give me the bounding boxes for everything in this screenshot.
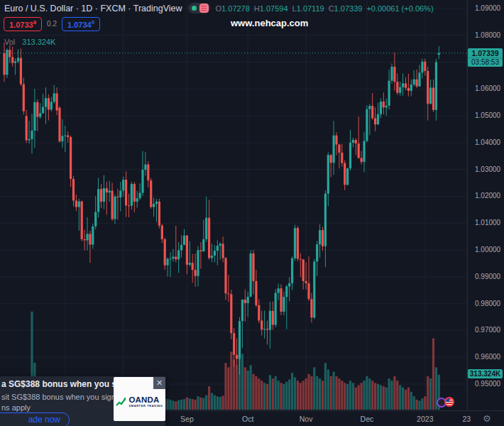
sell-button[interactable]: 1.07338 — [4, 17, 42, 31]
spread-value: 0.2 — [47, 20, 57, 28]
time-axis-label: Dec — [351, 415, 383, 423]
last-price-badge: 1.07339 03:58:53 — [468, 48, 503, 67]
price-change: +0.00061 (+0.06%) — [366, 4, 433, 13]
market-status-toggle[interactable] — [188, 3, 210, 13]
oanda-name: OANDA — [128, 396, 163, 404]
symbol-title[interactable]: Euro / U.S. Dollar · 1D · FXCM · Trading… — [4, 4, 182, 13]
ad-body: sit SG$388 bonus when you sign up. — [1, 393, 128, 401]
price-axis-label: 1.03000 — [475, 165, 500, 173]
ad-banner: a SG$388 bonus when you sign up. sit SG$… — [0, 376, 165, 426]
price-axis-label: 0.99000 — [475, 273, 500, 280]
chart-canvas[interactable] — [0, 0, 504, 426]
price-axis-label: 0.95000 — [475, 380, 500, 388]
price-axis-label: 0.98000 — [475, 300, 500, 307]
candlestick-series — [3, 43, 440, 375]
time-axis-label: 2023 — [410, 415, 441, 423]
watermark-url: www.nehcap.com — [231, 18, 308, 28]
price-axis-label: 1.09000 — [475, 4, 500, 12]
time-axis-label: Nov — [290, 415, 322, 423]
oanda-tagline: SMARTER TRADING — [128, 404, 163, 408]
oanda-logo: OANDA SMARTER TRADING — [116, 396, 163, 408]
price-axis-label: 1.06000 — [475, 84, 500, 92]
buy-button[interactable]: 1.07340 — [62, 17, 100, 31]
time-axis-label: 23 — [451, 415, 482, 423]
quote-buttons: 1.07338 0.2 1.07340 — [4, 17, 100, 31]
chart-header: Euro / U.S. Dollar · 1D · FXCM · Trading… — [4, 3, 434, 13]
time-axis-label: Oct — [232, 415, 263, 423]
ohlc-readout: O1.07278 H1.07594 L1.07119 C1.07339 +0.0… — [216, 4, 434, 13]
price-axis-label: 1.08000 — [475, 31, 500, 39]
notification-list-icon — [199, 4, 209, 13]
price-axis-label: 1.01000 — [475, 219, 500, 226]
volume-badge: 313.324K — [468, 369, 503, 378]
volume-indicator-row[interactable]: Vol313.324K — [4, 38, 55, 46]
price-axis-label: 1.04000 — [475, 138, 500, 146]
ad-terms: ns apply — [1, 403, 31, 412]
us-flag-event-icon[interactable] — [444, 397, 454, 407]
bar-countdown: 03:58:53 — [468, 58, 503, 67]
close-icon[interactable]: ✕ — [153, 377, 165, 389]
us-flag — [446, 398, 453, 405]
market-open-dot-icon — [192, 6, 197, 11]
price-axis-label: 1.02000 — [475, 192, 500, 200]
trade-now-button[interactable]: ade now — [0, 413, 70, 426]
time-axis-label: Sep — [171, 415, 202, 423]
price-axis-label: 1.00000 — [475, 246, 500, 253]
oanda-card[interactable]: OANDA SMARTER TRADING ✕ — [114, 377, 165, 421]
price-axis-label: 0.97000 — [475, 326, 500, 334]
tradingview-chart-window: Euro / U.S. Dollar · 1D · FXCM · Trading… — [0, 0, 504, 426]
last-price-value: 1.07339 — [468, 48, 503, 58]
price-axis-label: 1.05000 — [475, 111, 500, 119]
oanda-mark-icon — [116, 397, 126, 408]
price-axis-label: 0.96000 — [475, 353, 500, 361]
gear-icon[interactable]: ⚙ — [483, 413, 491, 424]
